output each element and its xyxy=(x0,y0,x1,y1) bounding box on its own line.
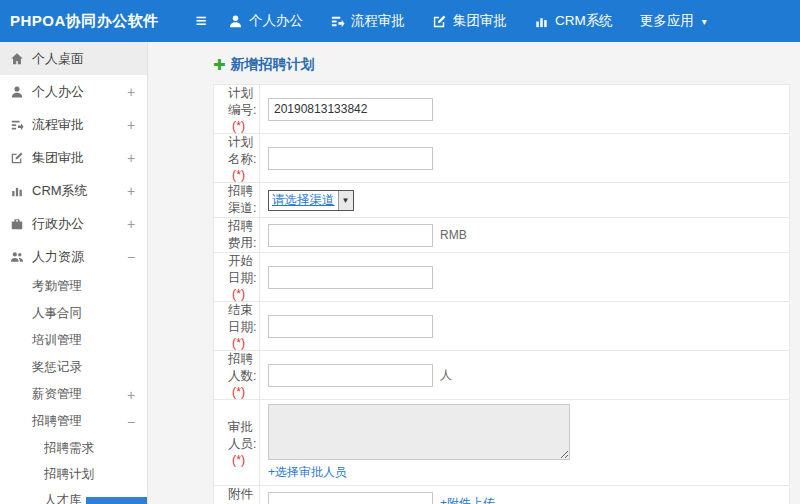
app-logo: PHPOA协同办公软件 xyxy=(0,12,160,31)
sidebar-item-group-approval[interactable]: 集团审批 + xyxy=(0,141,147,174)
sidebar-item-label: CRM系统 xyxy=(32,182,88,200)
sidebar-item-label: 个人办公 xyxy=(32,83,84,101)
currency-suffix: RMB xyxy=(440,228,467,242)
person-icon xyxy=(10,85,24,99)
end-date-input[interactable] xyxy=(268,315,433,338)
required-mark: (*) xyxy=(232,385,245,399)
nav-label: CRM系统 xyxy=(555,12,613,30)
sidebar-subitem-contracts[interactable]: 人事合同 xyxy=(0,300,147,327)
plan-number-input[interactable] xyxy=(268,98,433,121)
sidebar-item-desktop[interactable]: 个人桌面 xyxy=(0,42,147,75)
fee-input[interactable] xyxy=(268,224,433,247)
sidebar-item-label: 培训管理 xyxy=(32,332,82,349)
flow-icon xyxy=(10,118,24,132)
attachment-upload-link[interactable]: +附件上传 xyxy=(440,496,495,504)
unit-suffix: 人 xyxy=(440,368,452,382)
recruitment-plan-form: 计划编号:(*) 计划名称:(*) 招聘渠道: 请选择渠道 ▼ xyxy=(213,84,790,504)
edit-icon xyxy=(10,151,24,165)
nav-workflow-approval[interactable]: 流程审批 xyxy=(330,12,405,30)
start-date-input[interactable] xyxy=(268,266,433,289)
field-label: 附件文档: xyxy=(228,487,256,504)
attachment-input[interactable] xyxy=(268,492,433,504)
expand-toggle[interactable]: + xyxy=(125,183,137,199)
top-bar: PHPOA协同办公软件 ≡ 个人办公 流程审批 集团审批 CRM系统 更多应用 … xyxy=(0,0,800,42)
field-label: 招聘人数: xyxy=(228,352,256,383)
channel-select-value: 请选择渠道 xyxy=(269,191,338,210)
sidebar-item-personal-office[interactable]: 个人办公 + xyxy=(0,75,147,108)
sidebar-item-hr[interactable]: 人力资源 − xyxy=(0,240,147,273)
nav-label: 个人办公 xyxy=(249,12,303,30)
field-label: 审批人员: xyxy=(228,420,256,451)
briefcase-icon xyxy=(10,217,24,231)
expand-toggle[interactable]: + xyxy=(125,387,137,403)
required-mark: (*) xyxy=(232,119,245,133)
sidebar-item-label: 奖惩记录 xyxy=(32,359,82,376)
nav-crm-system[interactable]: CRM系统 xyxy=(534,12,613,30)
expand-toggle[interactable]: + xyxy=(125,117,137,133)
sidebar-item-crm[interactable]: CRM系统 + xyxy=(0,174,147,207)
sidebar-subitem-rewards[interactable]: 奖惩记录 xyxy=(0,354,147,381)
field-label: 计划编号: xyxy=(228,86,256,117)
people-icon xyxy=(10,250,24,264)
nav-personal-office[interactable]: 个人办公 xyxy=(228,12,303,30)
choose-approver-link[interactable]: +选择审批人员 xyxy=(268,465,347,479)
sidebar-subitem-training[interactable]: 培训管理 xyxy=(0,327,147,354)
field-label: 结束日期: xyxy=(228,303,256,334)
chevron-down-icon: ▾ xyxy=(702,16,707,27)
sidebar-item-label: 人事合同 xyxy=(32,305,82,322)
sidebar-item-label: 考勤管理 xyxy=(32,278,82,295)
chart-icon xyxy=(534,14,549,29)
required-mark: (*) xyxy=(232,453,245,467)
field-label: 开始日期: xyxy=(228,254,256,285)
sidebar-item-admin-office[interactable]: 行政办公 + xyxy=(0,207,147,240)
required-mark: (*) xyxy=(232,168,245,182)
sidebar-item-label: 薪资管理 xyxy=(32,386,82,403)
form-row: 开始日期:(*) xyxy=(214,253,790,302)
approver-textarea[interactable] xyxy=(268,404,570,460)
sidebar-subitem-recruit-plan[interactable]: 招聘计划 xyxy=(0,461,147,487)
page-title: ✚ 新增招聘计划 xyxy=(213,56,790,74)
sidebar-subitem-recruit-demand[interactable]: 招聘需求 xyxy=(0,435,147,461)
nav-more-apps[interactable]: 更多应用 ▾ xyxy=(640,12,707,30)
sidebar-item-label: 个人桌面 xyxy=(32,50,84,68)
sidebar-subitem-recruitment[interactable]: 招聘管理 − xyxy=(0,408,147,435)
sidebar: 个人桌面 个人办公 + 流程审批 + 集团审批 + CRM系统 + 行政办公 +… xyxy=(0,42,148,504)
sidebar-subitem-payroll[interactable]: 薪资管理 + xyxy=(0,381,147,408)
flow-icon xyxy=(330,14,345,29)
sidebar-item-label: 招聘管理 xyxy=(32,413,82,430)
page-title-text: 新增招聘计划 xyxy=(231,56,315,74)
expand-toggle[interactable]: + xyxy=(125,150,137,166)
form-row: 招聘费用: RMB xyxy=(214,218,790,253)
form-row: 结束日期:(*) xyxy=(214,302,790,351)
top-nav: 个人办公 流程审批 集团审批 CRM系统 更多应用 ▾ xyxy=(228,12,707,30)
sidebar-item-label: 行政办公 xyxy=(32,215,84,233)
sidebar-item-label: 人才库 xyxy=(44,492,82,504)
nav-label: 更多应用 xyxy=(640,12,694,30)
form-row: 附件文档: +附件上传 xyxy=(214,486,790,504)
home-icon xyxy=(10,52,24,66)
expand-toggle[interactable]: + xyxy=(125,84,137,100)
field-label: 计划名称: xyxy=(228,135,256,166)
sidebar-subitem-attendance[interactable]: 考勤管理 xyxy=(0,273,147,300)
menu-toggle-icon[interactable]: ≡ xyxy=(186,10,216,32)
collapse-toggle[interactable]: − xyxy=(125,414,137,430)
required-mark: (*) xyxy=(232,287,245,301)
expand-toggle[interactable]: + xyxy=(125,216,137,232)
channel-select[interactable]: 请选择渠道 ▼ xyxy=(268,190,354,211)
nav-group-approval[interactable]: 集团审批 xyxy=(432,12,507,30)
required-mark: (*) xyxy=(232,336,245,350)
headcount-input[interactable] xyxy=(268,364,433,387)
sidebar-item-label: 流程审批 xyxy=(32,116,84,134)
sidebar-item-workflow-approval[interactable]: 流程审批 + xyxy=(0,108,147,141)
sidebar-item-label: 集团审批 xyxy=(32,149,84,167)
edit-icon xyxy=(432,14,447,29)
form-row: 招聘渠道: 请选择渠道 ▼ xyxy=(214,183,790,218)
collapse-toggle[interactable]: − xyxy=(125,249,137,265)
plus-icon: ✚ xyxy=(213,56,226,74)
sidebar-cutoff-highlight xyxy=(86,497,147,504)
field-label: 招聘渠道: xyxy=(228,184,256,215)
form-row: 计划名称:(*) xyxy=(214,134,790,183)
form-row: 计划编号:(*) xyxy=(214,85,790,134)
plan-name-input[interactable] xyxy=(268,147,433,170)
nav-label: 集团审批 xyxy=(453,12,507,30)
